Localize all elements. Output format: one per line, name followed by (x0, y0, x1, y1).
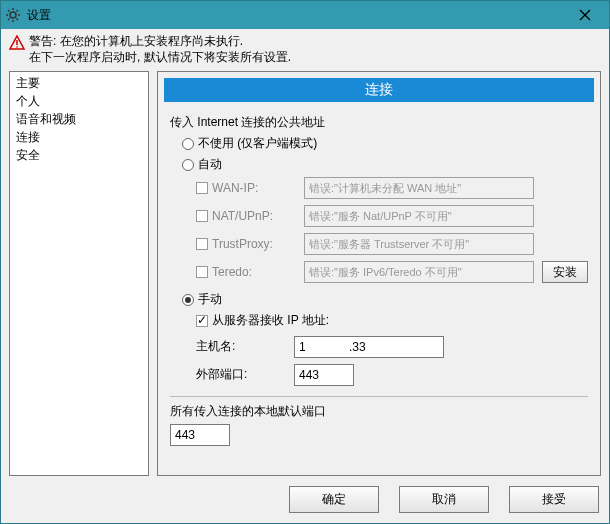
svg-line-6 (17, 19, 19, 21)
wanip-error (304, 177, 534, 199)
local-port-input[interactable] (170, 424, 230, 446)
close-button[interactable] (565, 3, 605, 27)
checkbox-icon (196, 210, 208, 222)
sidebar: 主要 个人 语音和视频 连接 安全 (9, 71, 149, 476)
checkbox-icon (196, 182, 208, 194)
chk-wanip[interactable]: WAN-IP: (196, 181, 296, 195)
cancel-button[interactable]: 取消 (399, 486, 489, 513)
chk-natupnp[interactable]: NAT/UPnP: (196, 209, 296, 223)
radio-icon (182, 294, 194, 306)
incoming-section-label: 传入 Internet 连接的公共地址 (170, 114, 588, 131)
sidebar-item-personal[interactable]: 个人 (10, 92, 148, 110)
local-port-label: 所有传入连接的本地默认端口 (170, 403, 588, 420)
chk-recv-from-server[interactable]: 从服务器接收 IP 地址: (196, 312, 329, 329)
chk-trustproxy[interactable]: TrustProxy: (196, 237, 296, 251)
warning-area: 警告: 在您的计算机上安装程序尚未执行. 在下一次程序启动时, 默认情况下将安装… (1, 29, 609, 71)
svg-point-0 (10, 12, 16, 18)
chk-teredo-label: Teredo: (212, 265, 252, 279)
ok-button[interactable]: 确定 (289, 486, 379, 513)
sidebar-item-security[interactable]: 安全 (10, 146, 148, 164)
host-label: 主机名: (196, 338, 286, 355)
apply-button[interactable]: 接受 (509, 486, 599, 513)
window-title: 设置 (27, 7, 51, 24)
teredo-error (304, 261, 534, 283)
radio-manual[interactable]: 手动 (182, 291, 588, 308)
svg-line-5 (8, 10, 10, 12)
svg-line-7 (8, 19, 10, 21)
svg-line-8 (17, 10, 19, 12)
chk-teredo[interactable]: Teredo: (196, 265, 296, 279)
chk-trustproxy-label: TrustProxy: (212, 237, 273, 251)
teredo-install-button[interactable]: 安装 (542, 261, 588, 283)
host-input[interactable] (294, 336, 444, 358)
button-bar: 确定 取消 接受 (1, 476, 609, 523)
radio-auto-label: 自动 (198, 156, 222, 173)
radio-disable-label: 不使用 (仅客户端模式) (198, 135, 317, 152)
natupnp-error (304, 205, 534, 227)
ext-port-label: 外部端口: (196, 366, 286, 383)
sidebar-item-main[interactable]: 主要 (10, 74, 148, 92)
radio-icon (182, 138, 194, 150)
divider (170, 396, 588, 397)
panel-heading: 连接 (164, 78, 594, 102)
radio-icon (182, 159, 194, 171)
radio-auto[interactable]: 自动 (182, 156, 588, 173)
trustproxy-error (304, 233, 534, 255)
gear-icon (5, 7, 21, 23)
chk-recv-from-server-label: 从服务器接收 IP 地址: (212, 312, 329, 329)
checkbox-icon (196, 266, 208, 278)
checkbox-icon (196, 315, 208, 327)
warning-line1: 警告: 在您的计算机上安装程序尚未执行. (29, 33, 291, 49)
content-panel: 连接 传入 Internet 连接的公共地址 不使用 (仅客户端模式) 自动 W… (157, 71, 601, 476)
checkbox-icon (196, 238, 208, 250)
ext-port-input[interactable] (294, 364, 354, 386)
chk-wanip-label: WAN-IP: (212, 181, 258, 195)
svg-point-13 (16, 46, 18, 48)
sidebar-item-voice-video[interactable]: 语音和视频 (10, 110, 148, 128)
radio-disable[interactable]: 不使用 (仅客户端模式) (182, 135, 588, 152)
titlebar: 设置 (1, 1, 609, 29)
warning-icon (9, 35, 25, 54)
chk-natupnp-label: NAT/UPnP: (212, 209, 273, 223)
radio-manual-label: 手动 (198, 291, 222, 308)
warning-line2: 在下一次程序启动时, 默认情况下将安装所有设置. (29, 49, 291, 65)
sidebar-item-connection[interactable]: 连接 (10, 128, 148, 146)
